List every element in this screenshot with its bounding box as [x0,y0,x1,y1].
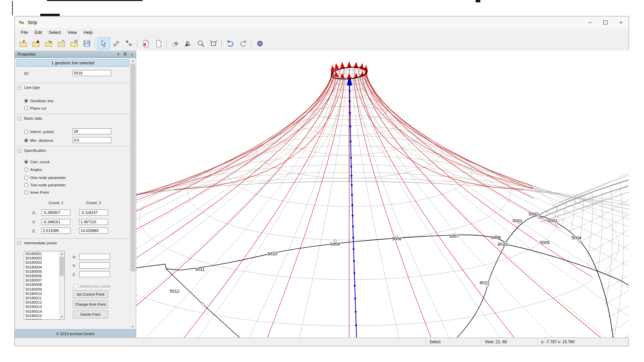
menu-help[interactable]: Help [80,29,96,36]
scroll-down-icon[interactable]: ▼ [130,324,136,329]
list-item[interactable]: 50180012 [24,300,59,305]
collapse-icon[interactable] [17,149,21,153]
intermediate-points-list[interactable]: 5018000150180002501800035018000450180005… [24,251,65,320]
interm-points-input[interactable] [72,128,111,134]
menu-select[interactable]: Select [45,29,64,36]
open-mesh-icon[interactable] [68,38,80,50]
status-mode: Select [426,338,481,346]
change-kink-point-button[interactable]: Change Kink Point [73,300,108,308]
panel-pin-icon[interactable] [122,52,128,57]
list-item[interactable]: 50180014 [24,309,59,314]
curve-id-labels: 5012501150105009500850075006602250015002… [170,212,581,294]
close-button[interactable]: × [613,16,629,28]
panel-scrollbar[interactable]: ▲ ▼ [130,58,136,329]
list-item[interactable]: 50180015 [24,314,59,318]
undo-icon[interactable] [224,38,237,50]
list-item[interactable]: 50180003 [24,260,59,265]
point-z-input[interactable] [79,271,110,277]
id-input[interactable] [72,70,111,76]
status-view: View: 22, 68 [481,338,537,346]
delete-point-button[interactable]: Delete Point [73,310,108,318]
radio-geodesic-line[interactable] [24,99,28,103]
settings-gear-icon[interactable] [254,38,266,50]
radio-interm-points[interactable] [24,130,28,134]
menu-file[interactable]: File [17,29,31,36]
open-strip-logo-icon[interactable] [42,38,55,50]
list-item[interactable]: 50180008 [24,283,59,287]
selected-geodesic-line[interactable] [347,74,365,338]
group-basic-data[interactable]: Basic data [17,116,42,120]
open-roof-icon[interactable] [55,38,68,50]
panel-menu-chevron-icon[interactable]: ▾ [116,52,121,57]
import-page-icon[interactable] [140,38,152,50]
add-point-pan-icon[interactable] [123,38,136,50]
scroll-thumb[interactable] [130,64,135,272]
save-icon[interactable] [80,38,93,50]
list-item[interactable]: 50180009 [24,287,59,292]
minimize-button[interactable] [582,16,598,28]
group-separator [16,146,129,146]
scroll-thumb[interactable] [60,257,64,276]
radio-two-node-parameter[interactable] [24,183,28,187]
redo-icon[interactable] [237,38,250,50]
open-project-hash-icon[interactable]: # [17,38,30,50]
scroll-up-icon[interactable]: ▲ [130,58,136,63]
collapse-icon[interactable] [17,86,21,89]
coord1-x-input[interactable] [42,209,70,216]
sliding-kink-points-checkbox[interactable] [73,284,77,288]
background-window-fragment [476,0,480,2]
point-y-input[interactable] [79,262,110,268]
coord2-x-input[interactable] [79,209,108,216]
curve-label: 5012 [170,289,179,294]
list-item[interactable]: 50180007 [24,278,59,283]
radio-one-node-parameter[interactable] [24,176,28,180]
list-item[interactable]: 50180016 [24,318,59,320]
list-item[interactable]: 50180011 [24,296,59,300]
radio-angles[interactable] [24,168,28,172]
list-item[interactable]: 50180013 [24,305,59,309]
min-distance-input[interactable] [72,137,111,143]
list-scrollbar[interactable]: ▲ ▼ [59,251,64,319]
page-icon[interactable] [152,38,165,50]
scroll-down-icon[interactable]: ▼ [59,314,64,319]
spark-lines-icon[interactable] [182,38,195,50]
radio-min-distance[interactable] [24,138,28,142]
edit-pencil-icon[interactable] [110,38,123,50]
close-icon: × [620,20,622,25]
coord1-y-input[interactable] [42,219,70,225]
scroll-up-icon[interactable]: ▲ [59,251,64,256]
list-item[interactable]: 50180010 [24,292,59,296]
list-item[interactable]: 50180006 [24,274,59,278]
radio-plane-cut[interactable] [24,106,28,110]
group-intermediate-points[interactable]: Intermediate points [17,241,57,245]
menu-edit[interactable]: Edit [31,29,45,36]
collapse-icon[interactable] [17,241,21,245]
curve-label: 5005 [540,240,550,245]
menu-view[interactable]: View [64,29,80,36]
radio-cart-coord[interactable] [24,160,28,164]
list-item[interactable]: 50180004 [24,265,59,269]
angles-label: Angles [30,168,42,172]
list-item[interactable]: 50180002 [24,256,59,260]
list-item[interactable]: 50180001 [24,252,59,256]
open-geometry-triangle-icon[interactable] [30,38,42,50]
collapse-icon[interactable] [17,117,21,120]
set-control-point-button[interactable]: Set Control Point [73,290,108,298]
coord2-z-input[interactable] [79,228,108,234]
boundary-curves[interactable] [136,216,629,338]
coord1-z-input[interactable] [42,228,70,234]
model-viewport[interactable]: 5012501150105009500850075006602250015002… [136,51,629,338]
boundary-node-markers[interactable] [202,214,581,306]
select-cursor-icon[interactable] [97,38,110,50]
list-item[interactable]: 50180005 [24,269,59,274]
maximize-button[interactable] [598,16,613,28]
group-line-type[interactable]: Line type [17,85,40,89]
group-specification[interactable]: Specification [17,148,46,153]
point-x-input[interactable] [79,254,110,260]
zoom-window-icon[interactable] [207,38,220,50]
radio-inner-point[interactable] [24,190,28,194]
coord2-y-input[interactable] [79,219,108,225]
pan-hand-icon[interactable] [169,38,182,50]
zoom-magnifier-icon[interactable] [195,38,207,50]
panel-close-icon[interactable]: × [129,52,135,57]
